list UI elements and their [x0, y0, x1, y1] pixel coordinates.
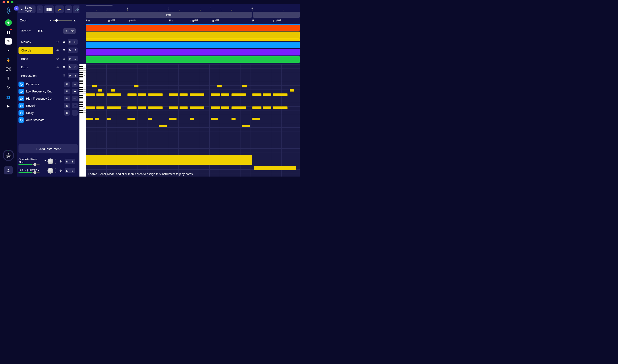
automation-button[interactable]: 〰 — [72, 103, 78, 108]
power-button[interactable]: ⏻ — [18, 96, 24, 101]
note[interactable] — [190, 106, 204, 109]
chord-label[interactable]: Fmadd2 — [211, 19, 219, 22]
library-icon[interactable]: ▮▮ — [5, 29, 12, 35]
note[interactable] — [138, 93, 146, 96]
visibility-toggle[interactable]: 👁 — [55, 48, 60, 53]
wand-tool-button[interactable]: ✨ — [55, 5, 64, 13]
lane-chords[interactable] — [86, 32, 300, 38]
track-label[interactable]: Percussion — [18, 72, 53, 79]
instrument-name[interactable]: Pad 07 | Sustain ▾ — [18, 169, 46, 171]
note[interactable] — [190, 93, 204, 96]
redo-tool-button[interactable]: ↪ — [65, 5, 72, 13]
note[interactable] — [211, 106, 220, 109]
note[interactable] — [96, 93, 105, 96]
mute-button[interactable]: M — [68, 48, 73, 53]
note[interactable] — [263, 106, 271, 109]
note[interactable] — [217, 85, 222, 87]
note[interactable] — [148, 106, 163, 109]
mixer-icon[interactable]: ✂ — [5, 47, 12, 54]
note[interactable] — [127, 93, 137, 96]
clip-instrument-2[interactable] — [254, 166, 296, 170]
note[interactable] — [221, 106, 230, 109]
collapse-sidebar-button[interactable]: › — [14, 6, 18, 11]
note[interactable] — [111, 89, 115, 92]
minimize-window-button[interactable] — [7, 1, 9, 3]
chord-label[interactable]: Fmadd2 — [127, 19, 136, 22]
section-intro[interactable]: Intro — [86, 12, 252, 18]
track-label[interactable]: Chords — [18, 47, 53, 54]
gear-icon[interactable]: ⚙ — [61, 65, 66, 70]
mute-button[interactable]: M — [68, 56, 73, 61]
gear-icon[interactable]: ⚙ — [61, 48, 66, 53]
visibility-toggle[interactable]: ⊘ — [55, 65, 60, 70]
solo-button[interactable]: S — [70, 159, 75, 164]
note[interactable] — [252, 93, 262, 96]
lane-percussion[interactable] — [86, 56, 300, 63]
note[interactable] — [148, 118, 152, 120]
profile-button[interactable] — [4, 166, 13, 174]
note[interactable] — [263, 93, 271, 96]
visibility-toggle[interactable]: ⊘ — [55, 39, 60, 44]
pan-knob[interactable] — [48, 168, 53, 174]
close-window-button[interactable] — [2, 1, 5, 3]
select-mode-button[interactable]: ➤ Select mode — [18, 5, 36, 13]
zoom-in-icon[interactable]: ▲ — [73, 19, 76, 22]
note[interactable] — [242, 125, 250, 127]
copy-button[interactable]: ⧉ — [64, 110, 70, 116]
copy-button[interactable]: ⧉ — [64, 81, 70, 87]
copy-button[interactable]: ⧉ — [64, 103, 70, 108]
piano-keys[interactable]: C4C3 — [79, 64, 86, 177]
note[interactable] — [231, 118, 236, 120]
note[interactable] — [106, 93, 121, 96]
note[interactable] — [169, 118, 177, 120]
clip-instrument-1[interactable] — [86, 155, 252, 165]
note[interactable] — [148, 93, 163, 96]
pricing-icon[interactable]: $ — [5, 75, 12, 81]
note[interactable] — [95, 118, 99, 120]
gear-icon[interactable]: ⚙ — [61, 56, 66, 61]
power-button[interactable]: ⏻ — [18, 110, 24, 116]
copy-button[interactable]: ⧉ — [64, 89, 70, 94]
instrument-name[interactable]: Cinematic Piano | Atmo... ▾ — [18, 158, 46, 164]
power-button[interactable]: ⏻ — [18, 89, 24, 94]
note[interactable] — [106, 118, 111, 120]
gear-icon[interactable]: ⚙ — [61, 39, 66, 44]
automation-button[interactable]: 〰 — [72, 110, 78, 116]
maximize-window-button[interactable] — [11, 1, 13, 3]
solo-button[interactable]: S — [70, 168, 75, 173]
note[interactable] — [86, 106, 95, 109]
lane-chords-2[interactable] — [86, 38, 300, 41]
chord-label[interactable]: Fmadd2 — [106, 19, 115, 22]
note[interactable] — [86, 118, 93, 120]
solo-button[interactable]: S — [73, 48, 78, 53]
power-button[interactable]: ⏻ — [18, 81, 24, 87]
track-label[interactable]: Bass — [18, 55, 53, 62]
note[interactable] — [96, 106, 105, 109]
note[interactable] — [169, 93, 178, 96]
gear-icon[interactable]: ⚙ — [61, 73, 66, 78]
gear-icon[interactable]: ⚙ — [58, 168, 63, 173]
time-ruler[interactable]: 2345 — [86, 6, 300, 11]
bars-tool-button[interactable]: ▮▮▮ — [44, 5, 54, 13]
section-next[interactable] — [253, 12, 300, 18]
add-button[interactable]: + — [5, 19, 12, 26]
lane-bass[interactable] — [86, 42, 300, 48]
volume-slider[interactable] — [18, 164, 35, 165]
medal-icon[interactable]: 🏅 — [5, 56, 12, 63]
add-tool-button[interactable]: + — [37, 5, 43, 13]
chord-label[interactable]: Fm — [169, 19, 173, 22]
discord-icon[interactable]: 👥 — [5, 93, 12, 100]
automation-button[interactable]: 〰 — [72, 89, 78, 94]
copy-button[interactable]: ⧉ — [64, 96, 70, 101]
add-instrument-button[interactable]: + Add instrument — [18, 144, 78, 153]
note[interactable] — [127, 106, 137, 109]
note[interactable] — [211, 118, 218, 120]
note[interactable] — [180, 93, 188, 96]
automation-button[interactable]: 〰 — [72, 96, 78, 101]
note[interactable] — [169, 106, 178, 109]
note[interactable] — [273, 93, 288, 96]
power-button[interactable]: ⏻ — [18, 117, 24, 123]
mute-button[interactable]: M — [68, 64, 73, 70]
lane-melody[interactable] — [86, 24, 300, 31]
note[interactable] — [159, 125, 167, 127]
